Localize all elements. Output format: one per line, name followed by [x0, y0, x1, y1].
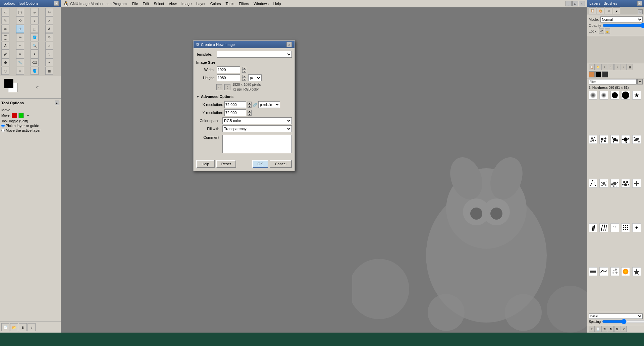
menu-image[interactable]: Image: [179, 1, 194, 6]
menu-view[interactable]: View: [167, 1, 179, 6]
brush-export-icon[interactable]: ↗: [621, 326, 627, 332]
height-input[interactable]: [217, 74, 240, 81]
brush-item-15[interactable]: [589, 223, 597, 232]
template-select[interactable]: [217, 51, 292, 58]
brush-item-3[interactable]: [610, 91, 619, 100]
menu-help[interactable]: Help: [271, 1, 283, 6]
x-res-down-spinner[interactable]: ▼: [248, 105, 252, 108]
brush-item-17[interactable]: 14: [610, 223, 619, 232]
dodge-tool[interactable]: ○: [16, 67, 24, 75]
brushes-tab[interactable]: 🖌: [613, 7, 620, 14]
brush-item-20[interactable]: [599, 267, 608, 276]
palette-orange-swatch[interactable]: [589, 71, 595, 77]
brush-item-8[interactable]: [621, 135, 630, 144]
brush-item-16[interactable]: [599, 223, 608, 232]
crop-tool[interactable]: ⬚: [31, 25, 39, 33]
scale-tool[interactable]: ⁐: [1, 33, 9, 41]
ellipse-select-tool[interactable]: ◯: [16, 8, 24, 16]
delete-btn[interactable]: 🗑: [19, 323, 27, 331]
brush-refresh-icon[interactable]: ↻: [608, 326, 614, 332]
new-layer-from-visible-icon[interactable]: 📋: [589, 64, 595, 70]
layers-tab[interactable]: 📋: [589, 7, 596, 14]
panel-config-btn[interactable]: ▸: [638, 9, 643, 14]
brush-duplicate-icon[interactable]: ⟲: [601, 326, 607, 332]
brushes-filter-input[interactable]: [589, 79, 637, 84]
rotate-tool[interactable]: A: [45, 25, 53, 33]
width-input[interactable]: [217, 66, 240, 73]
blur-tool[interactable]: ◌: [1, 67, 9, 75]
duplicate-layer-icon[interactable]: ↓: [614, 64, 620, 70]
brush-item-7[interactable]: [610, 135, 619, 144]
color-space-select[interactable]: RGB color Grayscale: [222, 117, 292, 124]
menu-select[interactable]: Select: [152, 1, 166, 6]
lower-layer-icon[interactable]: ↑: [608, 64, 614, 70]
airbrush-tool[interactable]: ✦: [31, 50, 39, 58]
menu-tools[interactable]: Tools: [224, 1, 236, 6]
brush-item-6[interactable]: [599, 135, 608, 144]
y-resolution-input[interactable]: [224, 109, 246, 116]
advanced-options-toggle[interactable]: ▼ Advanced Options: [196, 95, 292, 99]
color-picker-tool[interactable]: ⁌: [16, 42, 24, 50]
brush-item-5[interactable]: [589, 135, 597, 144]
resolution-unit-select[interactable]: pixels/in pixels/mm: [258, 101, 280, 108]
brush-item-22[interactable]: [621, 267, 630, 276]
brushes-filter-btn[interactable]: ▼: [637, 79, 643, 84]
y-res-up-spinner[interactable]: ▲: [248, 110, 252, 113]
y-res-down-spinner[interactable]: ▼: [248, 113, 252, 116]
opacity-slider[interactable]: [602, 23, 644, 28]
menu-edit[interactable]: Edit: [141, 1, 151, 6]
reset-button[interactable]: Reset: [216, 160, 236, 168]
shear-tool[interactable]: ✏: [16, 33, 24, 41]
dialog-close-button[interactable]: ×: [286, 42, 292, 47]
help-button[interactable]: Help: [196, 160, 215, 168]
foreground-color-swatch[interactable]: [4, 79, 13, 88]
brush-edit-icon[interactable]: ✏: [589, 326, 595, 332]
paths-tool[interactable]: ⤢: [45, 16, 53, 24]
bucket-fill-tool[interactable]: 🪣: [31, 67, 39, 75]
brush-delete-icon[interactable]: 🗑: [614, 326, 620, 332]
brush-item-2[interactable]: [599, 91, 608, 100]
flip-tool[interactable]: ⟳: [45, 33, 53, 41]
palette-black-swatch[interactable]: [595, 71, 601, 77]
maximize-btn[interactable]: □: [572, 1, 578, 6]
brush-item-10[interactable]: [589, 179, 597, 188]
scripts-btn[interactable]: ♪: [28, 323, 36, 331]
comment-textarea[interactable]: [222, 135, 292, 153]
brush-new-icon[interactable]: 📄: [595, 326, 601, 332]
menu-file[interactable]: File: [130, 1, 140, 6]
landscape-icon[interactable]: ▭: [216, 84, 222, 90]
brush-item-13[interactable]: [621, 179, 630, 188]
brush-item-21[interactable]: [610, 267, 619, 276]
menu-layer[interactable]: Layer: [194, 1, 208, 6]
x-res-up-spinner[interactable]: ▲: [248, 102, 252, 105]
minimize-btn[interactable]: _: [566, 1, 572, 6]
eraser-tool[interactable]: ⌫: [31, 58, 39, 66]
x-resolution-input[interactable]: [224, 101, 246, 108]
right-panel-close[interactable]: ×: [637, 1, 642, 6]
menu-filters[interactable]: Filters: [237, 1, 251, 6]
scissors-tool[interactable]: ⟲: [16, 16, 24, 24]
select-by-color-tool[interactable]: ✎: [1, 16, 9, 24]
rectangle-select-tool[interactable]: ▭: [1, 8, 9, 16]
fill-select[interactable]: Transparency White Background color Fore…: [222, 125, 292, 132]
clone-tool[interactable]: 🔧: [16, 58, 24, 66]
pencil-tool[interactable]: ✏: [16, 50, 24, 58]
palette-dark-swatch[interactable]: [602, 71, 608, 77]
toolbox-close-button[interactable]: ×: [54, 1, 59, 6]
radio-pick-layer[interactable]: [1, 124, 5, 127]
brush-item-star-big[interactable]: ✦: [632, 223, 641, 232]
brush-item-19[interactable]: [589, 267, 597, 276]
width-down-spinner[interactable]: ▼: [242, 70, 246, 73]
portrait-icon[interactable]: ▯: [224, 84, 230, 90]
menu-colors[interactable]: Colors: [208, 1, 223, 6]
raise-layer-icon[interactable]: ↑: [601, 64, 607, 70]
heal-tool[interactable]: ⬢: [1, 58, 9, 66]
lock-position-icon[interactable]: 🔒: [605, 28, 610, 34]
ink-tool[interactable]: ⬡: [45, 50, 53, 58]
new-layer-group-icon[interactable]: 📁: [595, 64, 601, 70]
foreground-select-tool[interactable]: ↕: [31, 16, 39, 24]
spacing-slider[interactable]: [602, 320, 644, 324]
channels-tab[interactable]: 🎨: [597, 7, 604, 14]
radio-active-layer[interactable]: [1, 129, 5, 132]
tool-options-expand[interactable]: ▸: [55, 101, 59, 105]
